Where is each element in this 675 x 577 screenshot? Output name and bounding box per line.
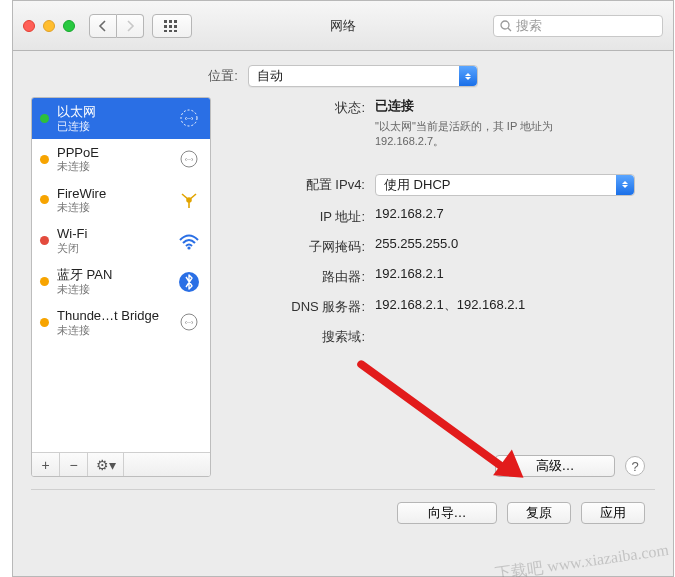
svg-rect-6	[164, 30, 167, 32]
firewire-icon	[176, 189, 202, 211]
ethernet-icon: ‹··›	[176, 107, 202, 129]
location-value: 自动	[257, 67, 283, 85]
location-popup[interactable]: 自动	[248, 65, 478, 87]
status-value: 已连接	[375, 97, 655, 115]
subnet-mask-value: 255.255.255.0	[375, 236, 655, 251]
ip-address-label: IP 地址:	[225, 206, 375, 226]
advanced-button[interactable]: 高级…	[495, 455, 615, 477]
svg-rect-1	[169, 20, 172, 23]
svg-rect-3	[164, 25, 167, 28]
subnet-mask-label: 子网掩码:	[225, 236, 375, 256]
sidebar-footer: + − ⚙︎▾	[32, 452, 210, 476]
status-description: "以太网"当前是活跃的，其 IP 地址为 192.168.2.7。	[375, 119, 615, 150]
divider	[31, 489, 655, 490]
search-domain-label: 搜索域:	[225, 326, 375, 346]
help-button[interactable]: ?	[625, 456, 645, 476]
toolbar: 网络 搜索	[13, 1, 673, 51]
chevron-left-icon	[98, 20, 108, 32]
service-item-ethernet[interactable]: 以太网 已连接 ‹··›	[32, 98, 210, 139]
service-name: 以太网	[57, 104, 168, 120]
service-item-firewire[interactable]: FireWire 未连接	[32, 180, 210, 221]
service-status: 已连接	[57, 120, 168, 133]
dns-value: 192.168.2.1、192.168.2.1	[375, 296, 655, 314]
svg-line-17	[189, 194, 196, 200]
window-controls	[23, 20, 75, 32]
bottom-button-row: 向导… 复原 应用	[13, 502, 673, 538]
location-row: 位置: 自动	[13, 51, 673, 97]
svg-rect-5	[174, 25, 177, 28]
search-input[interactable]: 搜索	[493, 15, 663, 37]
svg-line-16	[182, 194, 189, 200]
ethernet-icon: ‹··›	[176, 311, 202, 333]
grid-icon	[164, 20, 180, 32]
service-name: Wi-Fi	[57, 226, 168, 242]
svg-text:‹··›: ‹··›	[185, 319, 194, 326]
revert-button[interactable]: 复原	[507, 502, 571, 524]
status-label: 状态:	[225, 97, 375, 117]
updown-icon	[459, 66, 477, 86]
status-dot-icon	[40, 155, 49, 164]
svg-line-10	[508, 28, 511, 31]
dns-label: DNS 服务器:	[225, 296, 375, 316]
router-label: 路由器:	[225, 266, 375, 286]
status-dot-icon	[40, 277, 49, 286]
assist-button[interactable]: 向导…	[397, 502, 497, 524]
nav-back-forward	[89, 14, 144, 38]
svg-rect-8	[174, 30, 177, 32]
service-name: PPPoE	[57, 145, 168, 161]
ethernet-icon: ‹··›	[176, 148, 202, 170]
svg-rect-4	[169, 25, 172, 28]
status-dot-icon	[40, 318, 49, 327]
close-window-icon[interactable]	[23, 20, 35, 32]
service-sidebar: 以太网 已连接 ‹··› PPPoE 未连接 ‹··›	[31, 97, 211, 477]
service-name: Thunde…t Bridge	[57, 308, 168, 324]
ip-address-value: 192.168.2.7	[375, 206, 655, 221]
status-dot-icon	[40, 195, 49, 204]
svg-text:‹··›: ‹··›	[185, 115, 194, 122]
apply-button[interactable]: 应用	[581, 502, 645, 524]
service-item-thunderbolt-bridge[interactable]: Thunde…t Bridge 未连接 ‹··›	[32, 302, 210, 343]
svg-rect-0	[164, 20, 167, 23]
details-panel: 状态: 已连接 "以太网"当前是活跃的，其 IP 地址为 192.168.2.7…	[225, 97, 655, 477]
chevron-right-icon	[125, 20, 135, 32]
status-dot-icon	[40, 114, 49, 123]
service-name: 蓝牙 PAN	[57, 267, 168, 283]
back-button[interactable]	[89, 14, 117, 38]
service-item-pppoe[interactable]: PPPoE 未连接 ‹··›	[32, 139, 210, 180]
svg-rect-7	[169, 30, 172, 32]
svg-rect-2	[174, 20, 177, 23]
bluetooth-icon	[176, 271, 202, 293]
location-label: 位置:	[208, 67, 238, 85]
add-service-button[interactable]: +	[32, 453, 60, 476]
service-status: 未连接	[57, 201, 168, 214]
ipv4-config-label: 配置 IPv4:	[225, 174, 375, 194]
gear-icon: ⚙︎▾	[96, 457, 116, 473]
router-value: 192.168.2.1	[375, 266, 655, 281]
zoom-window-icon[interactable]	[63, 20, 75, 32]
service-item-wifi[interactable]: Wi-Fi 关闭	[32, 220, 210, 261]
svg-point-9	[501, 21, 509, 29]
service-status: 关闭	[57, 242, 168, 255]
show-all-button[interactable]	[152, 14, 192, 38]
updown-icon	[616, 175, 634, 195]
search-placeholder: 搜索	[516, 17, 542, 35]
wifi-icon	[176, 230, 202, 252]
remove-service-button[interactable]: −	[60, 453, 88, 476]
ipv4-config-select[interactable]: 使用 DHCP	[375, 174, 635, 196]
service-status: 未连接	[57, 324, 168, 337]
service-item-bluetooth-pan[interactable]: 蓝牙 PAN 未连接	[32, 261, 210, 302]
minimize-window-icon[interactable]	[43, 20, 55, 32]
svg-point-19	[187, 246, 190, 249]
status-dot-icon	[40, 236, 49, 245]
search-icon	[500, 20, 512, 32]
ipv4-config-value: 使用 DHCP	[384, 176, 450, 194]
service-status: 未连接	[57, 160, 168, 173]
svg-text:‹··›: ‹··›	[185, 156, 194, 163]
service-name: FireWire	[57, 186, 168, 202]
service-actions-menu[interactable]: ⚙︎▾	[88, 453, 124, 476]
service-status: 未连接	[57, 283, 168, 296]
forward-button[interactable]	[117, 14, 144, 38]
